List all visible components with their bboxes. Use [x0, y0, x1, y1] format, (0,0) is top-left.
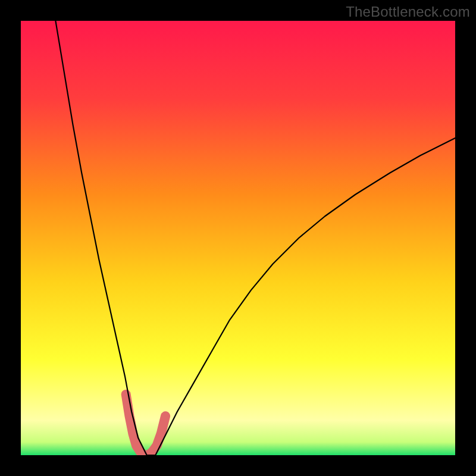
- attribution-text: TheBottleneck.com: [346, 4, 470, 20]
- chart-frame: TheBottleneck.com: [0, 0, 476, 476]
- plot-area: [21, 21, 455, 455]
- chart-svg: [21, 21, 455, 455]
- gradient-background: [21, 21, 455, 455]
